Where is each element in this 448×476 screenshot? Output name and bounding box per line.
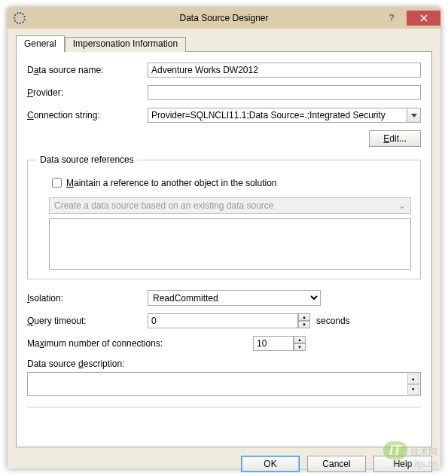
tab-impersonation-label: Impersonation Information — [73, 38, 178, 49]
tab-general[interactable]: General — [16, 35, 65, 53]
label-data-source-name: Data source name: — [27, 65, 148, 75]
max-connections-spinner[interactable]: ▲▼ — [294, 336, 306, 351]
dialog-button-row: OK Cancel Help — [16, 448, 432, 472]
label-description: Data source description: — [27, 359, 124, 369]
existing-data-source-combo-text: Create a data source based on an existin… — [54, 200, 274, 211]
chevron-down-icon: ⌄ — [398, 200, 406, 211]
scroll-down-icon[interactable]: ▾ — [407, 384, 419, 395]
existing-data-source-combo: Create a data source based on an existin… — [49, 197, 411, 214]
data-source-name-input[interactable] — [148, 63, 421, 78]
max-connections-input[interactable] — [253, 336, 294, 351]
tab-general-label: General — [24, 38, 56, 49]
maintain-reference-checkbox[interactable] — [52, 178, 62, 188]
query-timeout-input[interactable] — [148, 313, 298, 328]
separator — [27, 407, 421, 407]
spin-up-icon[interactable]: ▲ — [298, 313, 310, 321]
cancel-button[interactable]: Cancel — [307, 456, 366, 472]
connection-string-dropdown-button[interactable] — [407, 108, 421, 123]
label-connection-string: Connection string: — [27, 110, 148, 121]
spin-up-icon[interactable]: ▲ — [294, 336, 306, 343]
help-button[interactable]: Help — [373, 456, 432, 472]
label-max-connections: Maximum number of connections: — [27, 338, 253, 349]
description-textarea[interactable]: ▴ ▾ — [27, 372, 421, 396]
provider-input[interactable] — [148, 85, 421, 100]
spin-down-icon[interactable]: ▼ — [298, 321, 310, 328]
data-source-references-group: Data source references Maintain a refere… — [27, 154, 421, 279]
maintain-reference-label: Maintain a reference to another object i… — [66, 178, 277, 188]
tabpage-general: Data source name: Provider: Connection s… — [16, 51, 432, 447]
dialog-window: Data Source Designer ? General Impersona… — [8, 8, 440, 468]
isolation-select[interactable]: ReadCommitted — [148, 290, 321, 306]
seconds-label: seconds — [316, 316, 350, 326]
label-provider: Provider: — [27, 87, 148, 98]
client-area: General Impersonation Information Data s… — [8, 29, 440, 468]
ok-button[interactable]: OK — [241, 456, 300, 472]
tab-impersonation[interactable]: Impersonation Information — [65, 37, 186, 52]
spin-down-icon[interactable]: ▼ — [294, 343, 306, 351]
label-query-timeout: Query timeout: — [27, 316, 148, 326]
query-timeout-spinner[interactable]: ▲▼ — [298, 313, 310, 328]
chevron-down-icon — [411, 114, 417, 117]
description-scrollbar[interactable]: ▴ ▾ — [407, 374, 419, 395]
titlebar: Data Source Designer ? — [8, 8, 440, 29]
scroll-up-icon[interactable]: ▴ — [407, 374, 419, 384]
label-isolation: Isolation: — [27, 293, 148, 304]
tabstrip: General Impersonation Information — [16, 35, 432, 52]
edit-button[interactable]: Edit... — [369, 130, 421, 147]
references-listbox[interactable] — [49, 218, 411, 270]
window-title: Data Source Designer — [8, 13, 440, 23]
references-legend: Data source references — [37, 154, 137, 165]
connection-string-input[interactable] — [148, 108, 407, 123]
